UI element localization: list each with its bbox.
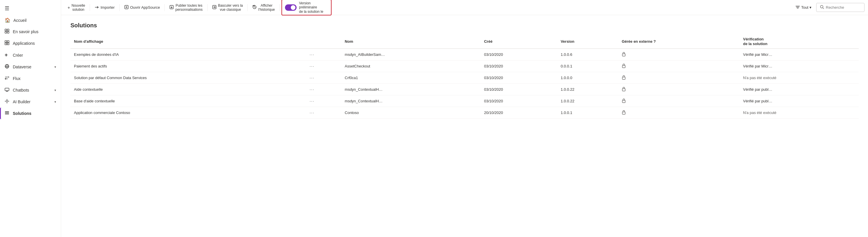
sidebar-item-creer[interactable]: + Créer	[0, 49, 61, 61]
sidebar-item-ai-builder[interactable]: AI Builder ▾	[0, 96, 61, 108]
cell-lock	[618, 61, 740, 72]
publier-label: Publier toutes les personnalisations	[175, 3, 202, 12]
cell-dots[interactable]: ···	[306, 107, 341, 118]
svg-rect-0	[5, 29, 7, 31]
cell-version: 1.0.0.22	[557, 84, 618, 95]
svg-rect-18	[5, 112, 9, 113]
sidebar-item-applications[interactable]: Applications	[0, 37, 61, 49]
col-header-dots	[306, 35, 341, 48]
cell-nom-affichage: Base d'aide contextuelle	[70, 95, 306, 107]
cell-cree: 03/10/2020	[480, 95, 557, 107]
applications-icon	[5, 40, 10, 46]
cell-verification: Vérifié par publ…	[740, 95, 859, 107]
filter-button[interactable]: Tout ▾	[793, 3, 814, 12]
toggle-switch[interactable]	[285, 4, 297, 11]
divider	[164, 4, 165, 11]
cell-version: 1.0.0.22	[557, 95, 618, 107]
cell-verification: N'a pas été exécuté	[740, 107, 859, 118]
cell-cree: 20/10/2020	[480, 107, 557, 118]
svg-rect-34	[622, 112, 625, 114]
svg-rect-32	[622, 89, 625, 91]
svg-rect-7	[7, 43, 9, 45]
cell-verification: N'a pas été exécuté	[740, 72, 859, 84]
sidebar-item-solutions[interactable]: Solutions	[0, 108, 61, 119]
switch-icon	[212, 5, 217, 10]
afficher-label: Afficher l'historique	[258, 3, 275, 12]
basculer-button[interactable]: Basculer vers la vue classique	[209, 2, 246, 13]
search-icon	[820, 5, 824, 10]
cell-nom-affichage: Application commerciale Contoso	[70, 107, 306, 118]
version-preliminaire-toggle[interactable]: Version préliminaire de la solution le	[281, 0, 332, 15]
cell-verification: Vérifié par Micr…	[740, 61, 859, 72]
svg-rect-30	[622, 65, 625, 68]
sidebar-label-applications: Applications	[13, 41, 35, 46]
sidebar-item-flux[interactable]: Flux	[0, 73, 61, 84]
cell-dots[interactable]: ···	[306, 72, 341, 84]
cell-lock	[618, 72, 740, 84]
svg-point-12	[6, 100, 8, 102]
main-content: + Nouvelle solution Importer Ouvrir AppS…	[61, 0, 868, 237]
nouvelle-solution-button[interactable]: + Nouvelle solution	[65, 2, 88, 13]
chevron-down-icon: ▾	[55, 65, 56, 69]
col-header-nom-affichage: Nom d'affichage	[70, 35, 306, 48]
hamburger-icon[interactable]: ☰	[0, 2, 61, 14]
cell-cree: 03/10/2020	[480, 72, 557, 84]
learn-icon	[5, 29, 10, 35]
toggle-label: Version préliminaire de la solution le	[299, 1, 328, 14]
search-box[interactable]	[816, 3, 865, 12]
cell-nom: Crf0ca1	[341, 72, 480, 84]
col-header-version: Version	[557, 35, 618, 48]
svg-rect-4	[5, 41, 7, 42]
cell-nom: msdyn_AIBuilderSam…	[341, 48, 480, 61]
importer-button[interactable]: Importer	[92, 3, 117, 12]
cell-version: 1.0.0.1	[557, 107, 618, 118]
svg-rect-5	[7, 41, 9, 42]
svg-rect-3	[7, 31, 9, 33]
sidebar-label-dataverse: Dataverse	[13, 65, 31, 69]
cell-nom-affichage: Exemples de données d'IA	[70, 48, 306, 61]
sidebar-item-chatbots[interactable]: Chatbots ▾	[0, 84, 61, 96]
chevron-down-icon: ▾	[55, 100, 56, 104]
filter-label: Tout	[801, 5, 808, 10]
sidebar-label-accueil: Accueil	[13, 18, 27, 23]
afficher-button[interactable]: Afficher l'historique	[249, 2, 278, 13]
cell-cree: 03/10/2020	[480, 48, 557, 61]
chevron-down-icon: ▾	[55, 89, 56, 92]
sidebar-label-ai-builder: AI Builder	[13, 99, 31, 104]
ouvrir-appsource-button[interactable]: Ouvrir AppSource	[121, 3, 163, 12]
col-header-nom: Nom	[341, 35, 480, 48]
svg-rect-17	[5, 111, 9, 112]
create-icon: +	[5, 52, 10, 58]
cell-nom: Contoso	[341, 107, 480, 118]
sidebar-label-en-savoir-plus: En savoir plus	[13, 29, 38, 34]
cell-nom: msdyn_ContextualH…	[341, 84, 480, 95]
divider	[247, 4, 248, 11]
cell-nom-affichage: Paiement des actifs	[70, 61, 306, 72]
svg-rect-2	[5, 31, 7, 33]
divider	[207, 4, 208, 11]
svg-rect-29	[622, 54, 625, 56]
chatbots-icon	[5, 87, 10, 93]
cell-dots[interactable]: ···	[306, 84, 341, 95]
sidebar-item-en-savoir-plus[interactable]: En savoir plus	[0, 26, 61, 37]
cell-verification: Vérifié par publ…	[740, 84, 859, 95]
ouvrir-appsource-label: Ouvrir AppSource	[130, 5, 160, 10]
home-icon: 🏠	[5, 18, 10, 23]
cell-dots[interactable]: ···	[306, 95, 341, 107]
divider	[119, 4, 120, 11]
cell-dots[interactable]: ···	[306, 61, 341, 72]
table-row: Exemples de données d'IA ··· msdyn_AIBui…	[70, 48, 859, 61]
sidebar-item-dataverse[interactable]: Dataverse ▾	[0, 61, 61, 73]
solutions-table: Nom d'affichage Nom Créé Version Gérée e…	[70, 35, 859, 118]
cell-dots[interactable]: ···	[306, 48, 341, 61]
sidebar-item-accueil[interactable]: 🏠 Accueil	[0, 14, 61, 26]
table-row: Base d'aide contextuelle ··· msdyn_Conte…	[70, 95, 859, 107]
publier-button[interactable]: Publier toutes les personnalisations	[166, 2, 205, 13]
nouvelle-solution-label: Nouvelle solution	[72, 3, 85, 12]
svg-rect-19	[5, 114, 9, 114]
table-row: Solution par défaut Common Data Services…	[70, 72, 859, 84]
flux-icon	[5, 76, 10, 81]
divider	[279, 4, 280, 11]
search-input[interactable]	[826, 5, 861, 10]
cell-nom: AssetCheckout	[341, 61, 480, 72]
